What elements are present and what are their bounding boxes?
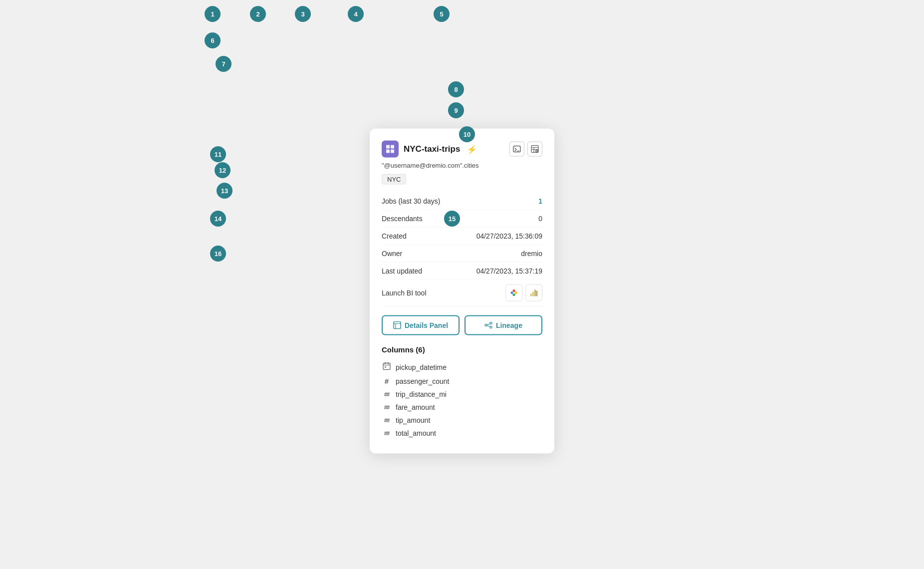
google-looker-button[interactable] xyxy=(505,284,522,301)
svg-point-12 xyxy=(513,289,515,292)
launch-bi-label: Launch BI tool xyxy=(382,289,427,297)
descendants-label: Descendants xyxy=(382,215,423,223)
annotation-1: 1 xyxy=(205,6,221,22)
lineage-button[interactable]: Lineage xyxy=(464,315,542,335)
jobs-value[interactable]: 1 xyxy=(538,197,542,205)
annotation-16: 16 xyxy=(210,246,226,262)
svg-point-13 xyxy=(515,291,517,294)
main-container: 1 2 3 4 5 6 7 8 9 10 11 12 13 14 15 16 xyxy=(0,0,924,569)
svg-line-25 xyxy=(487,323,490,325)
svg-rect-2 xyxy=(386,150,390,153)
column-item: ## fare_amount xyxy=(382,401,542,414)
annotation-10: 10 xyxy=(459,126,475,142)
bi-tools xyxy=(505,284,542,301)
owner-value: dremio xyxy=(521,250,542,258)
created-value: 04/27/2023, 15:36:09 xyxy=(476,232,542,240)
created-row: Created 04/27/2023, 15:36:09 xyxy=(382,228,542,245)
annotation-12: 12 xyxy=(215,162,231,178)
column-name: trip_distance_mi xyxy=(396,390,447,398)
last-updated-row: Last updated 04/27/2023, 15:37:19 xyxy=(382,263,542,280)
hash-icon: # xyxy=(382,377,392,385)
column-name: passenger_count xyxy=(396,377,449,385)
annotation-6: 6 xyxy=(205,32,221,48)
svg-rect-18 xyxy=(536,291,537,296)
column-item: ## total_amount xyxy=(382,427,542,440)
jobs-row: Jobs (last 30 days) 1 xyxy=(382,193,542,210)
svg-rect-31 xyxy=(385,367,386,368)
dataset-card: NYC-taxi-trips ⚡ xyxy=(370,129,554,454)
double-hash-icon: ## xyxy=(382,417,392,423)
svg-line-26 xyxy=(487,325,490,327)
svg-rect-0 xyxy=(386,145,390,149)
last-updated-value: 04/27/2023, 15:37:19 xyxy=(476,267,542,275)
svg-point-14 xyxy=(513,293,515,296)
svg-rect-15 xyxy=(530,294,532,296)
annotation-4: 4 xyxy=(348,6,364,22)
column-item: # passenger_count xyxy=(382,374,542,388)
svg-rect-17 xyxy=(534,290,536,296)
action-buttons: Details Panel Lineage xyxy=(382,315,542,335)
svg-point-11 xyxy=(511,291,513,294)
columns-list: pickup_datetime # passenger_count ## tri… xyxy=(382,360,542,440)
dataset-title: NYC-taxi-trips xyxy=(404,144,460,154)
svg-rect-4 xyxy=(513,146,520,152)
card-header-left: NYC-taxi-trips ⚡ xyxy=(382,141,477,158)
svg-point-22 xyxy=(485,324,487,326)
owner-label: Owner xyxy=(382,250,402,258)
calendar-icon xyxy=(382,362,392,372)
column-item: ## tip_amount xyxy=(382,414,542,427)
annotation-13: 13 xyxy=(217,183,232,199)
svg-rect-3 xyxy=(391,150,394,153)
annotation-15: 15 xyxy=(444,211,460,227)
column-item: pickup_datetime xyxy=(382,360,542,374)
annotation-7: 7 xyxy=(216,56,231,72)
card-header: NYC-taxi-trips ⚡ xyxy=(382,141,542,158)
svg-point-23 xyxy=(490,322,492,324)
descendants-value: 0 xyxy=(538,215,542,223)
annotation-5: 5 xyxy=(434,6,450,22)
annotation-8: 8 xyxy=(448,81,464,97)
jobs-label: Jobs (last 30 days) xyxy=(382,197,441,205)
detail-card: NYC-taxi-trips ⚡ xyxy=(370,129,554,454)
column-name: total_amount xyxy=(396,429,436,437)
svg-rect-19 xyxy=(394,322,401,329)
svg-rect-16 xyxy=(532,292,534,296)
svg-point-24 xyxy=(490,326,492,328)
double-hash-icon: ## xyxy=(382,391,392,397)
annotation-9: 9 xyxy=(448,102,464,118)
details-panel-label: Details Panel xyxy=(405,321,448,329)
details-panel-button[interactable]: Details Panel xyxy=(382,315,460,335)
svg-rect-27 xyxy=(383,363,390,370)
header-actions xyxy=(509,142,542,157)
column-name: fare_amount xyxy=(396,403,435,411)
svg-rect-1 xyxy=(391,145,394,149)
column-name: tip_amount xyxy=(396,416,430,424)
created-label: Created xyxy=(382,232,407,240)
launch-bi-row: Launch BI tool xyxy=(382,280,542,306)
terminal-button[interactable] xyxy=(509,142,524,157)
lineage-label: Lineage xyxy=(496,321,522,329)
double-hash-icon: ## xyxy=(382,430,392,436)
last-updated-label: Last updated xyxy=(382,267,422,275)
table-settings-button[interactable] xyxy=(527,142,542,157)
annotation-2: 2 xyxy=(250,6,266,22)
annotation-3: 3 xyxy=(295,6,311,22)
owner-row: Owner dremio xyxy=(382,245,542,263)
power-bi-button[interactable] xyxy=(525,284,542,301)
annotation-11: 11 xyxy=(210,146,226,162)
descendants-row: Descendants 0 xyxy=(382,210,542,228)
dataset-icon xyxy=(382,141,399,158)
column-item: ## trip_distance_mi xyxy=(382,388,542,401)
column-name: pickup_datetime xyxy=(396,363,447,371)
annotation-14: 14 xyxy=(210,211,226,227)
dataset-subtitle: "@username@dremio.com".cities xyxy=(382,162,542,169)
double-hash-icon: ## xyxy=(382,404,392,410)
dataset-tag[interactable]: NYC xyxy=(382,174,406,185)
lightning-icon: ⚡ xyxy=(467,144,477,154)
columns-title: Columns (6) xyxy=(382,345,542,354)
